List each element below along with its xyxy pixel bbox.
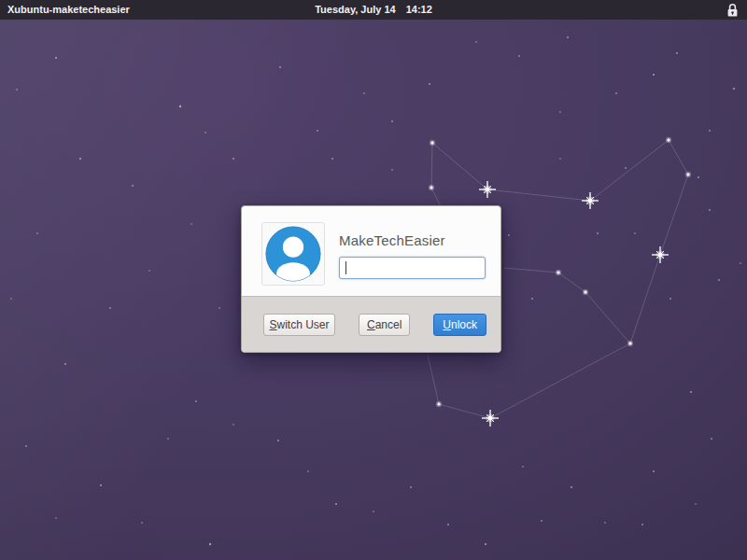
avatar — [261, 222, 325, 286]
cancel-label: Cancel — [367, 318, 402, 331]
clock-date: Tuesday, July 14 — [315, 4, 395, 15]
dialog-body: MakeTechEasier — [242, 206, 500, 296]
switch-user-label: Switch User — [269, 318, 329, 331]
lock-screen: Xubuntu-maketecheasier Tuesday, July 141… — [0, 0, 747, 560]
username-label: MakeTechEasier — [339, 232, 486, 248]
clock: Tuesday, July 1414:12 — [0, 0, 747, 20]
password-input[interactable] — [339, 257, 486, 279]
user-avatar-icon — [265, 226, 321, 282]
text-caret — [345, 261, 346, 274]
switch-user-button[interactable]: Switch User — [263, 314, 335, 336]
dialog-footer: Switch User Cancel Unlock — [242, 296, 500, 352]
password-field-wrap — [339, 257, 486, 279]
lock-icon — [726, 3, 739, 18]
top-panel: Xubuntu-maketecheasier Tuesday, July 141… — [0, 0, 747, 20]
cancel-button[interactable]: Cancel — [359, 314, 410, 336]
unlock-button[interactable]: Unlock — [433, 314, 486, 336]
unlock-label: Unlock — [443, 318, 477, 331]
login-column: MakeTechEasier — [339, 222, 486, 296]
unlock-dialog: MakeTechEasier Switch User Cancel Unlock — [241, 205, 501, 353]
clock-time: 14:12 — [406, 4, 432, 15]
